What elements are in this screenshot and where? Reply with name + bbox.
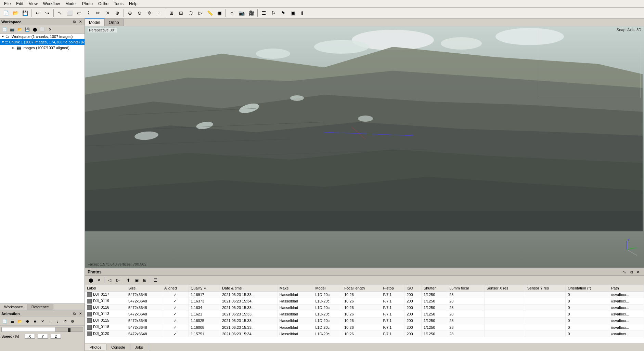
tree-root[interactable]: ▼ 🗂 Workspace (1 chunks, 1007 images) [0, 34, 85, 39]
col-orientation[interactable]: Orientation (°) [566, 285, 609, 292]
zoom-fit-button[interactable]: ✥ [145, 9, 154, 17]
erase-button[interactable]: ✕ [103, 9, 112, 17]
col-shutter[interactable]: Shutter [421, 285, 447, 292]
shape-select-button[interactable]: ▭ [75, 9, 83, 17]
menu-tools[interactable]: Tools [111, 1, 126, 7]
ws-add-photos-button[interactable]: 📷 [9, 26, 16, 33]
col-fstop[interactable]: F-stop [381, 285, 404, 292]
points-button[interactable]: ⁘ [154, 9, 163, 17]
menu-photo[interactable]: Photo [79, 1, 95, 7]
anim-list-button[interactable]: ☰ [9, 318, 16, 325]
viewport-3d[interactable]: Perspective 30° Snap: Axis, 3D Faces: 1,… [85, 26, 644, 268]
col-focal35[interactable]: 35mm focal [447, 285, 485, 292]
table-row[interactable]: DJI_0120 5472x3648 ✓ 1.15751 2021:06:23 … [85, 330, 644, 337]
col-model[interactable]: Model [313, 285, 342, 292]
anim-record-button[interactable]: ⏺ [24, 318, 31, 325]
polygon-button[interactable]: ⬡ [186, 9, 195, 17]
camera-button[interactable]: 📷 [237, 9, 246, 17]
tree-images[interactable]: ▷ 📷 Images (1007/1007 aligned) [0, 45, 85, 51]
col-path[interactable]: Path [609, 285, 644, 292]
table-row[interactable]: DJI_0119 5472x3648 ✓ 1.16373 2021:06:23 … [85, 298, 644, 305]
col-iso[interactable]: ISO [404, 285, 422, 292]
bottom-tab-jobs[interactable]: Jobs [130, 344, 148, 350]
menu-file[interactable]: File [1, 1, 13, 7]
table-row[interactable]: DJI_0116 5472x3648 ✓ 1.1634 2021:06:23 1… [85, 305, 644, 311]
move-button[interactable]: ⊕ [113, 9, 122, 17]
ws-clear-button[interactable]: ⬜ [39, 26, 46, 33]
photos-float-button[interactable]: ⧉ [628, 269, 634, 275]
anim-add-button[interactable]: 📄 [1, 318, 8, 325]
lasso-button[interactable]: ⌇ [84, 9, 93, 17]
pt-next-button[interactable]: ▷ [114, 276, 121, 284]
panel-close-button[interactable]: ✕ [78, 19, 83, 25]
tree-chunk1[interactable]: ▼ 🗃 Chunk 1 (1007 images, 174,368 tie po… [0, 39, 85, 45]
ws-add-chunk-button[interactable]: 📄 [1, 26, 8, 33]
zoom-in-button[interactable]: ⊕ [126, 9, 134, 17]
ws-save-button[interactable]: 💾 [24, 26, 31, 33]
undo-button[interactable]: ↩ [33, 9, 42, 17]
list-button[interactable]: ☰ [259, 9, 268, 17]
panel-float-button[interactable]: ⧉ [72, 19, 77, 25]
zoom-out-button[interactable]: ⊖ [135, 9, 144, 17]
sphere-button[interactable]: ○ [228, 9, 236, 17]
bottom-tab-console[interactable]: Console [106, 344, 130, 350]
new-button[interactable]: 📄 [1, 9, 10, 17]
animation-close-button[interactable]: ✕ [78, 311, 83, 316]
col-sensorx[interactable]: Sensor X res [484, 285, 525, 292]
menu-model[interactable]: Model [63, 1, 79, 7]
col-size[interactable]: Size [126, 285, 162, 292]
camera2-button[interactable]: 🎥 [247, 9, 256, 17]
grid2-button[interactable]: ⊟ [177, 9, 185, 17]
col-quality[interactable]: Quality ▼ [189, 285, 220, 292]
ws-circle-button[interactable]: ⬤ [31, 26, 38, 33]
save-button[interactable]: 💾 [21, 9, 29, 17]
anim-stop-button[interactable]: ■ [31, 318, 38, 325]
pt-grid-button[interactable]: ⊞ [141, 276, 149, 284]
col-focal[interactable]: Focal length [342, 285, 381, 292]
anim-down-button[interactable]: ↓ [54, 318, 61, 325]
pt-export-button[interactable]: ⬆ [125, 276, 132, 284]
pt-prev-button[interactable]: ◁ [106, 276, 113, 284]
anim-settings-button[interactable]: ⚙ [69, 318, 76, 325]
col-make[interactable]: Make [277, 285, 313, 292]
redo-button[interactable]: ↪ [43, 9, 52, 17]
flag-button[interactable]: ⚑ [279, 9, 287, 17]
anim-clear-button[interactable]: ✕ [39, 318, 46, 325]
open-button[interactable]: 📂 [11, 9, 20, 17]
shape-button[interactable]: ▷ [196, 9, 205, 17]
menu-edit[interactable]: Edit [13, 1, 26, 7]
tab-reference[interactable]: Reference [27, 304, 53, 310]
photos-table-wrap[interactable]: Label Size Aligned Quality ▼ Date & time… [85, 285, 644, 343]
animation-slider[interactable]: ▓ [1, 327, 83, 332]
pt-box-button[interactable]: ▣ [133, 276, 140, 284]
select-button[interactable]: ↖ [55, 9, 64, 17]
color-button[interactable]: ▣ [288, 9, 297, 17]
ws-delete-button[interactable]: ✕ [47, 26, 53, 33]
pt-list-button[interactable]: ☰ [152, 276, 159, 284]
col-datetime[interactable]: Date & time [220, 285, 278, 292]
ws-add-folder-button[interactable]: 📂 [16, 26, 23, 33]
box-button[interactable]: ▣ [215, 9, 224, 17]
anim-refresh-button[interactable]: ↺ [62, 318, 68, 325]
pencil-button[interactable]: ✏ [94, 9, 103, 17]
pt-close-button[interactable]: ✕ [95, 276, 103, 284]
table-row[interactable]: DJI_0113 5472x3648 ✓ 1.1621 2021:06:23 1… [85, 311, 644, 318]
rect-select-button[interactable]: ⬜ [65, 9, 74, 17]
marker-button[interactable]: ⚐ [269, 9, 278, 17]
col-aligned[interactable]: Aligned [162, 285, 188, 292]
anim-slider-handle[interactable]: ▓ [55, 327, 83, 332]
col-sensory[interactable]: Sensor Y res [525, 285, 565, 292]
table-row[interactable]: DJI_0115 5472x3648 ✓ 1.16025 2021:06:23 … [85, 318, 644, 324]
menu-view[interactable]: View [26, 1, 40, 7]
tab-ortho[interactable]: Ortho [105, 18, 124, 26]
menu-help[interactable]: Help [126, 1, 140, 7]
grid-button[interactable]: ⊞ [167, 9, 176, 17]
anim-folder-button[interactable]: 📂 [16, 318, 23, 325]
menu-ortho[interactable]: Ortho [95, 1, 111, 7]
table-row[interactable]: DJI_0117 5472x3648 ✓ 1.16917 2021:06:23 … [85, 292, 644, 298]
bottom-tab-photos[interactable]: Photos [85, 344, 106, 350]
ruler-button[interactable]: 📏 [205, 9, 214, 17]
photos-close-button[interactable]: ✕ [635, 269, 641, 275]
anim-up-button[interactable]: ↑ [47, 318, 53, 325]
col-label[interactable]: Label [85, 285, 126, 292]
